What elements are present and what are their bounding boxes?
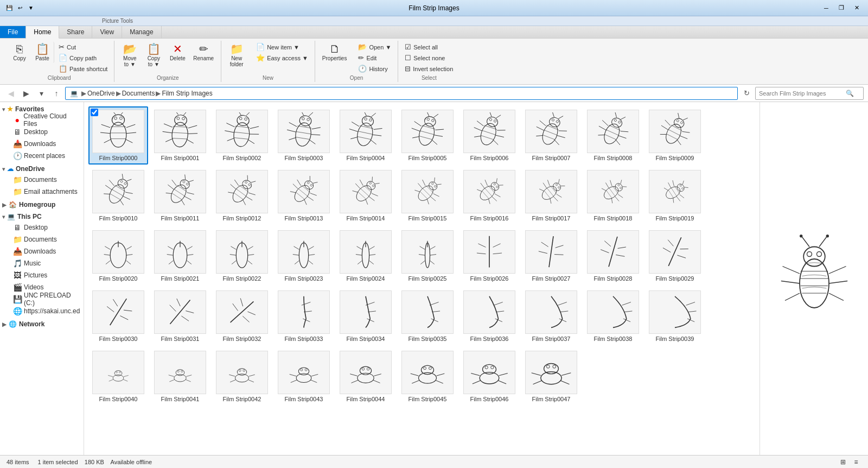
- file-item-29[interactable]: Film Strip0029: [645, 227, 705, 285]
- file-item-6[interactable]: Film Strip0006: [459, 106, 519, 165]
- file-item-39[interactable]: Film Strip0039: [645, 287, 705, 345]
- sidebar-item-downloads[interactable]: 📥 Downloads: [9, 138, 84, 150]
- file-item-2[interactable]: Film Strip0002: [212, 106, 272, 165]
- file-item-34[interactable]: Film Strip0034: [336, 287, 395, 345]
- file-item-43[interactable]: Film Strip0043: [274, 347, 334, 406]
- file-item-44[interactable]: Film Strip0044: [336, 347, 395, 406]
- this-pc-header[interactable]: ▾ 💻 This PC: [0, 212, 84, 222]
- refresh-button[interactable]: ↻: [740, 87, 753, 100]
- list-view-button[interactable]: ≡: [851, 457, 861, 467]
- tab-share[interactable]: Share: [59, 26, 92, 38]
- network-header[interactable]: ▶ 🌐 Network: [0, 319, 84, 329]
- properties-button[interactable]: 🗋 Properties: [320, 42, 350, 63]
- file-item-46[interactable]: Film Strip0046: [459, 347, 519, 406]
- edit-button[interactable]: ✏ Edit: [356, 53, 393, 63]
- file-item-9[interactable]: Film Strip0009: [645, 106, 705, 165]
- sidebar-item-desktop-pc[interactable]: 🖥 Desktop: [9, 222, 84, 233]
- restore-button[interactable]: ❐: [834, 1, 848, 15]
- sidebar-item-documents-pc[interactable]: 📁 Documents: [9, 233, 84, 245]
- file-item-15[interactable]: Film Strip0015: [398, 167, 457, 225]
- minimize-button[interactable]: ─: [819, 1, 833, 15]
- tab-home[interactable]: Home: [26, 26, 59, 39]
- path-documents[interactable]: Documents: [122, 90, 155, 97]
- onedrive-header[interactable]: ▾ ☁ OneDrive: [0, 164, 84, 174]
- file-item-20[interactable]: Film Strip0020: [88, 227, 148, 285]
- invert-selection-button[interactable]: ⊟ Invert selection: [403, 64, 455, 74]
- file-item-40[interactable]: Film Strip0040: [88, 347, 148, 406]
- file-item-14[interactable]: Film Strip0014: [336, 167, 395, 225]
- sidebar-item-desktop[interactable]: 🖥 Desktop: [9, 126, 84, 138]
- forward-button[interactable]: ▶: [20, 87, 33, 100]
- file-item-27[interactable]: Film Strip0027: [521, 227, 581, 285]
- tab-manage[interactable]: Manage: [122, 26, 161, 38]
- file-item-42[interactable]: Film Strip0042: [212, 347, 272, 406]
- tab-view[interactable]: View: [92, 26, 122, 38]
- file-item-24[interactable]: Film Strip0024: [336, 227, 395, 285]
- copy-path-button[interactable]: 📄 Copy path: [56, 53, 110, 63]
- select-all-button[interactable]: ☑ Select all: [403, 42, 455, 52]
- homegroup-header[interactable]: ▶ 🏠 Homegroup: [0, 200, 84, 210]
- file-item-12[interactable]: Film Strip0012: [212, 167, 272, 225]
- file-item-11[interactable]: Film Strip0011: [150, 167, 210, 225]
- history-button[interactable]: 🕐 History: [356, 64, 393, 74]
- search-input[interactable]: [759, 90, 846, 97]
- new-item-button[interactable]: 📄 New item ▼: [254, 42, 310, 52]
- paste-button[interactable]: 📋 Paste: [33, 42, 54, 63]
- sidebar-item-music[interactable]: 🎵 Music: [9, 257, 84, 269]
- file-item-4[interactable]: Film Strip0004: [336, 106, 395, 165]
- file-item-35[interactable]: Film Strip0035: [398, 287, 457, 345]
- open-button[interactable]: 📂 Open ▼: [356, 42, 393, 52]
- sidebar-item-downloads-pc[interactable]: 📥 Downloads: [9, 245, 84, 257]
- save-icon[interactable]: 💾: [4, 3, 14, 13]
- file-item-23[interactable]: Film Strip0023: [274, 227, 334, 285]
- customize-icon[interactable]: ▼: [26, 3, 36, 13]
- search-box[interactable]: 🔍: [755, 87, 864, 100]
- file-item-37[interactable]: Film Strip0037: [521, 287, 581, 345]
- file-item-19[interactable]: Film Strip0019: [645, 167, 705, 225]
- select-none-button[interactable]: ☐ Select none: [403, 53, 455, 63]
- tab-file[interactable]: File: [0, 26, 26, 38]
- move-to-button[interactable]: 📂 Moveto ▼: [119, 42, 141, 69]
- file-item-3[interactable]: Film Strip0003: [274, 106, 334, 165]
- file-item-22[interactable]: Film Strip0022: [212, 227, 272, 285]
- file-item-17[interactable]: Film Strip0017: [521, 167, 581, 225]
- recent-locations-button[interactable]: ▾: [35, 87, 48, 100]
- file-item-0[interactable]: Film Strip0000: [88, 106, 148, 165]
- path-onedrive[interactable]: OneDrive: [87, 90, 115, 97]
- copy-to-button[interactable]: 📋 Copyto ▼: [143, 42, 164, 69]
- file-item-21[interactable]: Film Strip0021: [150, 227, 210, 285]
- sidebar-item-documents[interactable]: 📁 Documents: [9, 174, 84, 186]
- easy-access-button[interactable]: ⭐ Easy access ▼: [254, 53, 310, 63]
- file-item-26[interactable]: Film Strip0026: [459, 227, 519, 285]
- sidebar-item-pictures[interactable]: 🖼 Pictures: [9, 269, 84, 281]
- file-item-7[interactable]: Film Strip0007: [521, 106, 581, 165]
- file-item-1[interactable]: Film Strip0001: [150, 106, 210, 165]
- rename-button[interactable]: ✏ Rename: [190, 42, 216, 63]
- paste-shortcut-button[interactable]: 📋 Paste shortcut: [56, 64, 110, 74]
- close-button[interactable]: ✕: [850, 1, 864, 15]
- delete-button[interactable]: ✕ Delete: [167, 42, 188, 63]
- cut-button[interactable]: ✂ Cut: [56, 42, 110, 52]
- file-checkbox-0[interactable]: [91, 109, 98, 116]
- file-item-5[interactable]: Film Strip0005: [398, 106, 457, 165]
- up-button[interactable]: ↑: [50, 87, 63, 100]
- file-item-33[interactable]: Film Strip0033: [274, 287, 334, 345]
- file-item-31[interactable]: Film Strip0031: [150, 287, 210, 345]
- file-item-13[interactable]: Film Strip0013: [274, 167, 334, 225]
- file-item-41[interactable]: Film Strip0041: [150, 347, 210, 406]
- path-folder[interactable]: Film Strip Images: [162, 90, 212, 97]
- copy-button[interactable]: ⎘ Copy: [9, 42, 30, 63]
- sidebar-item-sakai[interactable]: 🌐 https://sakai.unc.ed: [9, 305, 84, 317]
- file-item-38[interactable]: Film Strip0038: [583, 287, 643, 345]
- file-item-30[interactable]: Film Strip0030: [88, 287, 148, 345]
- file-item-32[interactable]: Film Strip0032: [212, 287, 272, 345]
- file-item-25[interactable]: Film Strip0025: [398, 227, 457, 285]
- file-item-18[interactable]: Film Strip0018: [583, 167, 643, 225]
- file-item-16[interactable]: Film Strip0016: [459, 167, 519, 225]
- large-icons-view-button[interactable]: ⊞: [838, 457, 848, 467]
- file-item-36[interactable]: Film Strip0036: [459, 287, 519, 345]
- back-button[interactable]: ◀: [4, 87, 17, 100]
- file-item-45[interactable]: Film Strip0045: [398, 347, 457, 406]
- sidebar-item-unc-preload[interactable]: 💾 UNC PRELOAD (C:): [9, 293, 84, 305]
- file-item-28[interactable]: Film Strip0028: [583, 227, 643, 285]
